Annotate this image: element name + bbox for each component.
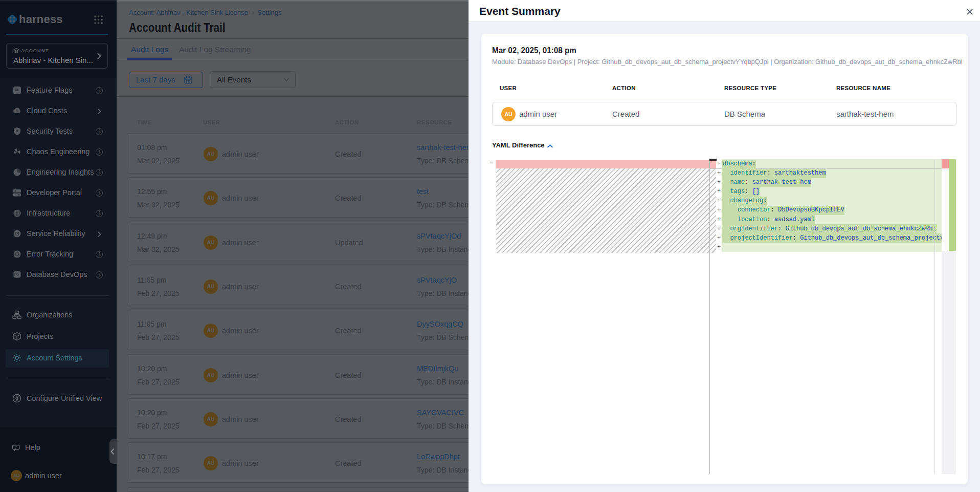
svg-text:$: $ [16,109,18,113]
svg-text:?: ? [15,445,17,450]
